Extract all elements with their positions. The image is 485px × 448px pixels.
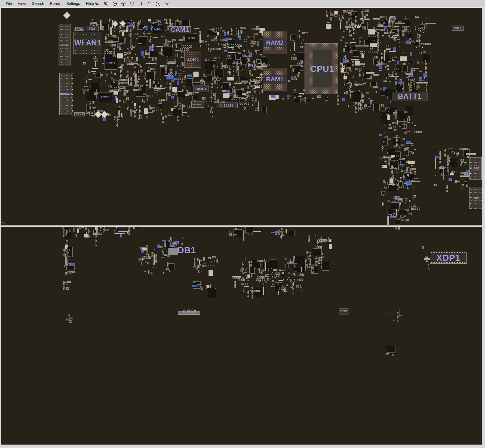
component-label-fpr1: FPR1 — [75, 27, 83, 30]
component-bios1[interactable]: BIOS1 — [194, 85, 208, 92]
component-u2401[interactable]: U2401 — [184, 51, 201, 68]
component-label-cpu1: CPU1 — [310, 64, 334, 73]
component-cpu1[interactable]: CPU1 — [305, 43, 338, 94]
minus-circle-icon — [112, 1, 117, 6]
toolbar — [95, 0, 170, 7]
component-fpr1[interactable]: FPR1 — [74, 27, 84, 31]
component-label-cam1: CAM1 — [171, 27, 189, 33]
component-label-xdp1: XDP1 — [436, 253, 460, 262]
minus-circle-button[interactable] — [112, 1, 117, 6]
component-label-u2401: U2401 — [186, 57, 199, 61]
component-u2701[interactable]: U2701 — [185, 35, 197, 42]
rotate-cw-icon — [147, 1, 152, 6]
component-label-pogo1: POGO1 — [193, 103, 203, 106]
cpu-die: CPU1 — [312, 50, 332, 88]
component-spk1[interactable]: SPK1 — [74, 112, 85, 116]
close-icon — [165, 1, 169, 6]
menu-item-settings[interactable]: Settings — [63, 0, 83, 7]
center-focus-button[interactable] — [156, 1, 161, 6]
component-batt1[interactable]: BATT1 — [392, 92, 428, 101]
menu-item-view[interactable]: View — [15, 0, 29, 7]
component-db1[interactable]: DB1 — [172, 245, 202, 255]
component-label-spk1: SPK1 — [76, 113, 83, 116]
menu-item-search[interactable]: Search — [29, 0, 47, 7]
component-aps1[interactable]: APS1 — [178, 310, 200, 315]
close-button[interactable] — [164, 1, 170, 6]
component-cam1[interactable]: CAM1 — [169, 26, 191, 33]
component-io2[interactable]: IO2 — [86, 26, 99, 31]
rotate-ccw-icon — [130, 1, 134, 6]
menu-bar: FileViewSearchBoardSettingsHelp — [0, 0, 485, 7]
component-usb1[interactable]: USB1 — [469, 187, 482, 209]
component-wlan1[interactable]: WLAN1 — [73, 32, 102, 54]
zoom-in-button[interactable] — [103, 1, 109, 6]
status-bar — [0, 445, 485, 448]
component-label-ram2: RAM2 — [263, 39, 287, 47]
zoom-in-icon — [104, 1, 108, 6]
component-label-nfc1: NFC1 — [154, 28, 162, 31]
component-label-db1: DB1 — [177, 246, 196, 255]
component-vol1[interactable]: VOL1 — [452, 26, 463, 31]
component-nfc1[interactable]: NFC1 — [153, 26, 163, 33]
component-label-ssd1: SSD1 — [59, 43, 69, 47]
board-view-top[interactable]: SSD1WWAN1FPR1IO2WLAN1NFC1CAM1U2701U2401U… — [1, 7, 482, 225]
component-label-batt1: BATT1 — [398, 93, 422, 100]
component-label-usb2: USB2 — [471, 167, 480, 170]
component-label-vol1: VOL1 — [454, 27, 462, 30]
flip-vertical-button[interactable] — [138, 1, 143, 6]
menu-items: FileViewSearchBoardSettingsHelp — [0, 0, 97, 7]
plus-circle-button[interactable] — [121, 1, 126, 6]
component-label-u6901: U6901 — [106, 62, 115, 65]
component-pogo1[interactable]: POGO1 — [191, 101, 204, 108]
flip-vertical-icon — [139, 1, 143, 6]
component-label-wlan1: WLAN1 — [74, 39, 101, 47]
component-label-u2701: U2701 — [187, 37, 195, 40]
component-label-io2: IO2 — [89, 27, 95, 30]
component-lcd1[interactable]: LCD1 — [217, 103, 238, 108]
component-label-u2801: U2801 — [101, 96, 110, 99]
component-label-wwan1: WWAN1 — [60, 93, 72, 96]
board-canvas-bottom[interactable] — [1, 227, 482, 444]
board-view-bottom[interactable]: DB1XDP1APS1DCI1 — [1, 227, 482, 445]
component-xdp1[interactable]: XDP1 — [430, 252, 467, 264]
component-usb2[interactable]: USB2 — [469, 157, 482, 180]
menu-item-file[interactable]: File — [3, 0, 15, 7]
plus-circle-icon — [121, 1, 126, 6]
component-dci1[interactable]: DCI1 — [339, 308, 349, 314]
component-ram2[interactable]: RAM2 — [263, 31, 287, 54]
component-label-dci1: DCI1 — [340, 310, 348, 313]
component-u6901[interactable]: U6901 — [105, 57, 117, 70]
component-label-lcd1: LCD1 — [220, 103, 234, 108]
component-wwan1[interactable]: WWAN1 — [59, 73, 73, 115]
center-focus-icon — [156, 1, 161, 6]
rotate-ccw-button[interactable] — [130, 1, 135, 6]
component-label-ram1: RAM1 — [263, 75, 287, 84]
rotate-cw-button[interactable] — [147, 1, 152, 6]
component-ram1[interactable]: RAM1 — [263, 68, 287, 91]
component-label-aps1: APS1 — [182, 309, 197, 314]
component-label-bios1: BIOS1 — [195, 87, 207, 91]
component-label-usb1: USB1 — [471, 197, 480, 200]
zoom-out-icon — [95, 1, 100, 6]
zoom-out-button[interactable] — [95, 1, 100, 6]
menu-item-board[interactable]: Board — [47, 0, 63, 7]
component-u2801[interactable]: U2801 — [99, 92, 112, 102]
component-ssd1[interactable]: SSD1 — [58, 24, 70, 66]
